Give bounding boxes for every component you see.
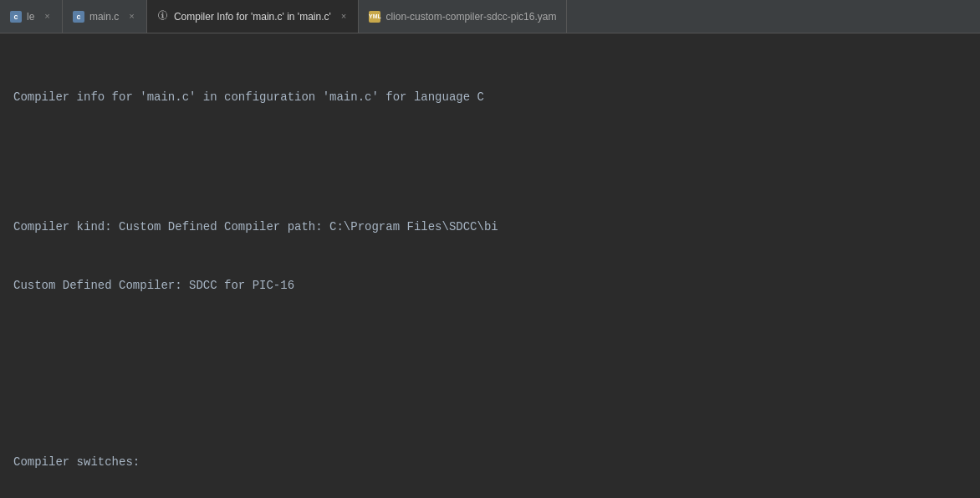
content-area: Compiler info for 'main.c' in configurat… xyxy=(0,33,980,498)
compiler-kind-line: Compiler kind: Custom Defined Compiler p… xyxy=(13,217,967,238)
tab-unknown-file[interactable]: c le × xyxy=(0,0,63,33)
compiler-info-header: Compiler info for 'main.c' in configurat… xyxy=(13,88,967,106)
tab-main-c-close[interactable]: × xyxy=(127,12,136,22)
main-c-file-icon: c xyxy=(73,11,84,23)
yaml-file-icon: YML xyxy=(369,11,380,23)
compiler-info-icon: 🛈 xyxy=(157,11,169,23)
tab-bar: c le × c main.c × 🛈 Compiler Info for 'm… xyxy=(0,0,980,33)
compiler-info-block: Compiler kind: Custom Defined Compiler p… xyxy=(13,179,967,334)
tab-unknown-close[interactable]: × xyxy=(43,12,52,22)
tab-yaml[interactable]: YML clion-custom-compiler-sdcc-pic16.yam xyxy=(359,0,567,33)
tab-compiler-info-close[interactable]: × xyxy=(339,12,349,22)
c-file-icon: c xyxy=(10,11,22,23)
switches-block: Compiler switches: -mpic16 --use-non-fre… xyxy=(13,415,967,498)
switches-label: Compiler switches: xyxy=(13,453,967,471)
tab-main-c[interactable]: c main.c × xyxy=(63,0,147,33)
tab-unknown-label: le xyxy=(27,11,34,23)
tab-main-c-label: main.c xyxy=(89,11,119,23)
tab-compiler-info-label: Compiler Info for 'main.c' in 'main.c' xyxy=(174,11,331,23)
tab-compiler-info[interactable]: 🛈 Compiler Info for 'main.c' in 'main.c'… xyxy=(147,0,360,33)
compiler-defined-line: Custom Defined Compiler: SDCC for PIC-16 xyxy=(13,275,967,296)
tab-yaml-label: clion-custom-compiler-sdcc-pic16.yam xyxy=(385,11,556,23)
